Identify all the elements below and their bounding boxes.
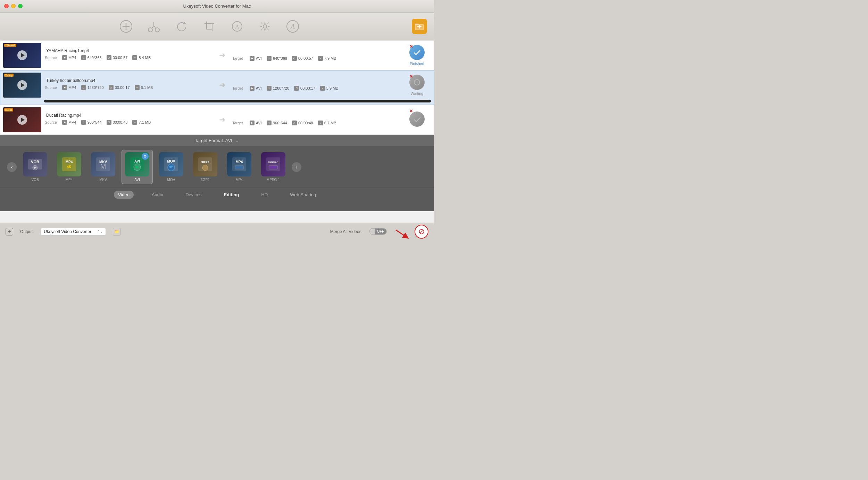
- close-file-3-button[interactable]: ×: [410, 108, 413, 114]
- target-dur-3: ⏱ 00:00:48: [292, 121, 313, 125]
- format-next-button[interactable]: ›: [292, 162, 301, 172]
- close-file-1-button[interactable]: ×: [410, 43, 413, 50]
- source-format-2: ▶ MP4: [62, 85, 76, 90]
- tsize-icon-3: ≡: [318, 121, 323, 125]
- format-label-mp4: MP4: [236, 178, 243, 182]
- source-res-2: □ 1280*720: [81, 85, 104, 90]
- source-size-3: ≡ 7.1 MB: [132, 120, 151, 125]
- progress-bar-fill-2: [44, 100, 431, 102]
- tformat-icon-3: ▶: [250, 121, 254, 125]
- source-label-2: Source: [45, 85, 62, 90]
- format-item-mp4[interactable]: MP4 MP4: [224, 150, 255, 184]
- format-label-mpeg1: MPEG-1: [267, 178, 280, 182]
- about-toolbar-button[interactable]: A: [286, 19, 300, 33]
- traffic-lights: [4, 4, 23, 8]
- rotate-toolbar-button[interactable]: [175, 19, 189, 33]
- close-file-2-button[interactable]: ×: [410, 73, 413, 80]
- format-icon-mp4-4k: MP4 4K: [57, 152, 81, 176]
- svg-point-16: [263, 25, 267, 28]
- add-toolbar-button[interactable]: [119, 19, 133, 33]
- format-prev-button[interactable]: ‹: [7, 162, 17, 172]
- tformat-icon-1: ▶: [250, 56, 254, 61]
- target-label-3: Target: [232, 121, 250, 125]
- target-format-1: ▶ AVI: [250, 56, 262, 61]
- tres-icon-3: □: [267, 121, 272, 125]
- format-icon-mov: MOV: [159, 152, 183, 176]
- source-format-1: ▶ MP4: [62, 55, 76, 60]
- format-item-3gp2[interactable]: 3GP2 3GP2: [190, 150, 221, 184]
- format-icon-vob: VOB: [23, 152, 47, 176]
- bottom-panel: Target Format: AVI ⌄ ‹ VOB: [0, 135, 434, 211]
- svg-text:M: M: [100, 163, 106, 170]
- format-label-mkv: MKV: [99, 178, 107, 182]
- status-1: Finished: [403, 45, 431, 66]
- arrow-1: ➜: [216, 51, 229, 60]
- res-icon-3: □: [81, 120, 86, 125]
- file-2-title: Turkey hot air balloon.mp4: [45, 78, 212, 83]
- tab-video[interactable]: Video: [114, 191, 134, 199]
- tab-hd[interactable]: HD: [257, 191, 272, 199]
- target-format-label: Target Format: AVI: [195, 138, 232, 143]
- open-output-folder-button[interactable]: 📁: [113, 228, 120, 235]
- merge-toggle[interactable]: OFF: [369, 228, 387, 235]
- trim-toolbar-button[interactable]: [147, 19, 161, 33]
- tab-audio[interactable]: Audio: [148, 191, 167, 199]
- status-text-2: Waiting: [411, 91, 423, 96]
- file-2-source-details: ▶ MP4 □ 1280*720 ⏱ 00:00:17: [62, 85, 212, 90]
- thumbnail-3: Ducati: [3, 107, 41, 132]
- tab-editing[interactable]: Editing: [219, 191, 243, 199]
- tformat-icon-2: ▶: [250, 86, 254, 91]
- file-2-target-row: Target ▶ AVI □ 1280*720 ⏱: [232, 86, 400, 91]
- crop-toolbar-button[interactable]: [202, 19, 216, 33]
- tabs-row: Video Audio Devices Editing HD Web Shari…: [0, 188, 434, 201]
- tab-web-sharing[interactable]: Web Sharing: [286, 191, 320, 199]
- thumbnail-2: Turkey: [3, 73, 41, 98]
- arrow-3: ➜: [216, 115, 229, 124]
- format-label-avi: AVI: [134, 178, 140, 182]
- format-item-mkv[interactable]: MKV M MKV: [87, 150, 119, 184]
- minimize-window-button[interactable]: [11, 4, 16, 8]
- close-window-button[interactable]: [4, 4, 9, 8]
- file-3-body: Ducati Ducati Racing.mp4 Source ▶ MP4: [0, 105, 434, 134]
- svg-line-6: [154, 26, 156, 28]
- output-dropdown[interactable]: Ukeysoft Video Converter ⌃⌄: [41, 228, 106, 235]
- add-file-button[interactable]: +: [6, 228, 13, 235]
- svg-text:A: A: [235, 24, 239, 30]
- maximize-window-button[interactable]: [18, 4, 23, 8]
- play-button-1[interactable]: [17, 50, 27, 60]
- red-arrow-icon: [394, 226, 413, 240]
- format-item-vob[interactable]: VOB VOB: [19, 150, 51, 184]
- tab-devices[interactable]: Devices: [181, 191, 206, 199]
- format-item-avi[interactable]: AVI ⚙ AVI: [122, 150, 153, 184]
- svg-text:VOB: VOB: [31, 160, 39, 164]
- target-format-3: ▶ AVI: [250, 121, 262, 125]
- svg-text:MOV: MOV: [167, 159, 175, 163]
- play-button-3[interactable]: [17, 115, 27, 125]
- tdur-icon-2: ⏱: [294, 86, 299, 91]
- source-dur-1: ⏱ 00:00:57: [107, 55, 128, 60]
- format-item-mp4-4k[interactable]: MP4 4K MP4: [53, 150, 85, 184]
- convert-button[interactable]: [415, 225, 428, 239]
- size-icon-3: ≡: [132, 120, 137, 125]
- dur-icon-3: ⏱: [107, 120, 111, 125]
- tres-icon-1: □: [267, 56, 272, 61]
- file-2-target: Target ▶ AVI □ 1280*720 ⏱: [229, 77, 403, 93]
- dropdown-chevron-icon: ⌃⌄: [97, 230, 103, 233]
- watermark-toolbar-button[interactable]: A: [230, 19, 244, 33]
- file-1-title: YAMAHA Racing1.mp4: [45, 48, 212, 53]
- file-2-target-details: ▶ AVI □ 1280*720 ⏱ 00:00:17: [250, 86, 400, 91]
- window-title: Ukeysoft Video Converter for Mac: [183, 3, 251, 9]
- open-folder-button[interactable]: [412, 19, 427, 34]
- format-item-mov[interactable]: MOV MOV: [156, 150, 187, 184]
- settings-toolbar-button[interactable]: [258, 19, 272, 33]
- target-label-1: Target: [232, 56, 250, 60]
- file-1-target: Target ▶ AVI □ 640*368 ⏱: [229, 48, 403, 63]
- tdur-icon-1: ⏱: [292, 56, 297, 61]
- play-button-2[interactable]: [17, 80, 27, 90]
- source-size-2: ≡ 6.1 MB: [135, 85, 153, 90]
- svg-rect-9: [207, 24, 212, 29]
- file-2-body: Turkey Turkey hot air balloon.mp4 Source…: [0, 71, 434, 100]
- res-icon-1: □: [81, 55, 86, 60]
- svg-rect-47: [235, 166, 243, 169]
- format-item-mpeg1[interactable]: MPEG-1 MPEG-1: [258, 150, 289, 184]
